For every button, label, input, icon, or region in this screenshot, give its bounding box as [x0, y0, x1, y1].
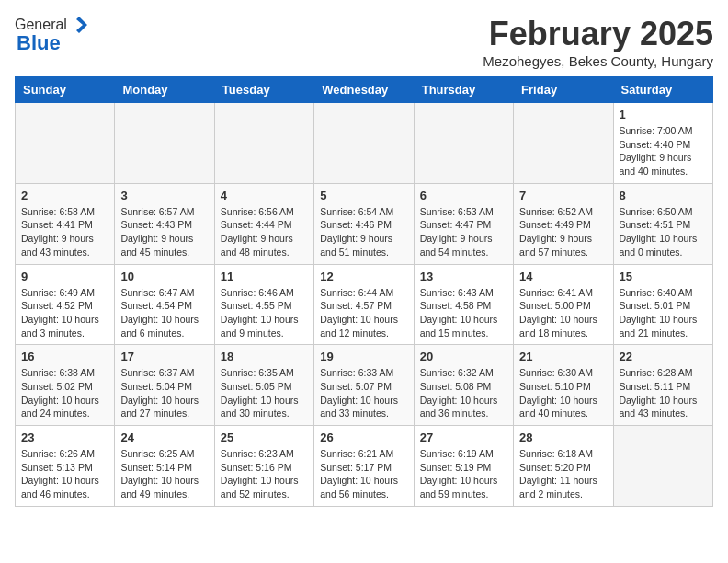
- day-info: Sunrise: 6:38 AM Sunset: 5:02 PM Dayligh…: [21, 366, 108, 420]
- day-of-week-header: Friday: [514, 77, 613, 103]
- logo: General Blue: [15, 15, 89, 55]
- day-info: Sunrise: 6:30 AM Sunset: 5:10 PM Dayligh…: [519, 366, 607, 420]
- calendar-day-cell: 22Sunrise: 6:28 AM Sunset: 5:11 PM Dayli…: [613, 345, 712, 426]
- day-info: Sunrise: 6:40 AM Sunset: 5:01 PM Dayligh…: [620, 286, 707, 340]
- day-number: 14: [519, 270, 607, 283]
- day-of-week-header: Thursday: [414, 77, 513, 103]
- day-info: Sunrise: 6:26 AM Sunset: 5:13 PM Dayligh…: [21, 447, 108, 501]
- day-number: 7: [519, 189, 607, 202]
- day-info: Sunrise: 6:37 AM Sunset: 5:04 PM Dayligh…: [120, 366, 208, 420]
- day-info: Sunrise: 6:23 AM Sunset: 5:16 PM Dayligh…: [221, 447, 308, 501]
- calendar-day-cell: 4Sunrise: 6:56 AM Sunset: 4:44 PM Daylig…: [214, 183, 313, 264]
- calendar-day-cell: 20Sunrise: 6:32 AM Sunset: 5:08 PM Dayli…: [414, 345, 513, 426]
- calendar-day-cell: 11Sunrise: 6:46 AM Sunset: 4:55 PM Dayli…: [214, 264, 313, 345]
- day-number: 25: [221, 431, 308, 444]
- day-number: 16: [21, 350, 108, 363]
- day-number: 2: [21, 189, 108, 202]
- calendar-day-cell: 8Sunrise: 6:50 AM Sunset: 4:51 PM Daylig…: [613, 183, 712, 264]
- calendar-week-row: 1Sunrise: 7:00 AM Sunset: 4:40 PM Daylig…: [16, 103, 713, 184]
- day-info: Sunrise: 6:54 AM Sunset: 4:46 PM Dayligh…: [320, 205, 407, 259]
- day-of-week-header: Tuesday: [214, 77, 313, 103]
- day-number: 28: [519, 431, 607, 444]
- day-number: 23: [21, 431, 108, 444]
- day-info: Sunrise: 6:28 AM Sunset: 5:11 PM Dayligh…: [620, 366, 707, 420]
- day-info: Sunrise: 6:32 AM Sunset: 5:08 PM Dayligh…: [420, 366, 507, 420]
- day-number: 4: [221, 189, 308, 202]
- day-info: Sunrise: 6:52 AM Sunset: 4:49 PM Dayligh…: [519, 205, 607, 259]
- calendar-day-cell: 3Sunrise: 6:57 AM Sunset: 4:43 PM Daylig…: [115, 183, 214, 264]
- calendar-day-cell: 14Sunrise: 6:41 AM Sunset: 5:00 PM Dayli…: [514, 264, 613, 345]
- calendar-day-cell: 15Sunrise: 6:40 AM Sunset: 5:01 PM Dayli…: [613, 264, 712, 345]
- logo-icon: [69, 15, 89, 35]
- day-of-week-header: Monday: [115, 77, 214, 103]
- day-number: 19: [320, 350, 407, 363]
- day-number: 3: [120, 189, 208, 202]
- calendar-day-cell: 9Sunrise: 6:49 AM Sunset: 4:52 PM Daylig…: [16, 264, 115, 345]
- calendar-day-cell: 12Sunrise: 6:44 AM Sunset: 4:57 PM Dayli…: [314, 264, 414, 345]
- calendar-day-cell: 7Sunrise: 6:52 AM Sunset: 4:49 PM Daylig…: [514, 183, 613, 264]
- calendar-week-row: 23Sunrise: 6:26 AM Sunset: 5:13 PM Dayli…: [16, 426, 713, 507]
- day-info: Sunrise: 6:33 AM Sunset: 5:07 PM Dayligh…: [320, 366, 407, 420]
- day-number: 18: [221, 350, 308, 363]
- day-info: Sunrise: 6:35 AM Sunset: 5:05 PM Dayligh…: [221, 366, 308, 420]
- calendar-day-cell: 25Sunrise: 6:23 AM Sunset: 5:16 PM Dayli…: [214, 426, 313, 507]
- calendar-week-row: 2Sunrise: 6:58 AM Sunset: 4:41 PM Daylig…: [16, 183, 713, 264]
- calendar-day-cell: 19Sunrise: 6:33 AM Sunset: 5:07 PM Dayli…: [314, 345, 414, 426]
- calendar-day-cell: 10Sunrise: 6:47 AM Sunset: 4:54 PM Dayli…: [115, 264, 214, 345]
- day-info: Sunrise: 6:25 AM Sunset: 5:14 PM Dayligh…: [120, 447, 208, 501]
- day-info: Sunrise: 6:58 AM Sunset: 4:41 PM Dayligh…: [21, 205, 108, 259]
- calendar-day-cell: 16Sunrise: 6:38 AM Sunset: 5:02 PM Dayli…: [16, 345, 115, 426]
- calendar-day-cell: [514, 103, 613, 184]
- day-info: Sunrise: 6:41 AM Sunset: 5:00 PM Dayligh…: [519, 286, 607, 340]
- calendar-day-cell: 24Sunrise: 6:25 AM Sunset: 5:14 PM Dayli…: [115, 426, 214, 507]
- day-number: 10: [120, 270, 208, 283]
- day-number: 26: [320, 431, 407, 444]
- day-number: 6: [420, 189, 507, 202]
- day-info: Sunrise: 6:56 AM Sunset: 4:44 PM Dayligh…: [221, 205, 308, 259]
- day-number: 11: [221, 270, 308, 283]
- calendar-day-cell: [214, 103, 313, 184]
- calendar-day-cell: 26Sunrise: 6:21 AM Sunset: 5:17 PM Dayli…: [314, 426, 414, 507]
- day-info: Sunrise: 6:18 AM Sunset: 5:20 PM Dayligh…: [519, 447, 607, 501]
- calendar-week-row: 16Sunrise: 6:38 AM Sunset: 5:02 PM Dayli…: [16, 345, 713, 426]
- calendar-day-cell: [613, 426, 712, 507]
- day-number: 27: [420, 431, 507, 444]
- day-info: Sunrise: 6:19 AM Sunset: 5:19 PM Dayligh…: [420, 447, 507, 501]
- calendar-day-cell: 28Sunrise: 6:18 AM Sunset: 5:20 PM Dayli…: [514, 426, 613, 507]
- calendar-day-cell: 5Sunrise: 6:54 AM Sunset: 4:46 PM Daylig…: [314, 183, 414, 264]
- day-of-week-header: Saturday: [613, 77, 712, 103]
- day-info: Sunrise: 6:57 AM Sunset: 4:43 PM Dayligh…: [120, 205, 208, 259]
- day-info: Sunrise: 6:50 AM Sunset: 4:51 PM Dayligh…: [620, 205, 707, 259]
- day-number: 15: [620, 270, 707, 283]
- calendar-day-cell: 21Sunrise: 6:30 AM Sunset: 5:10 PM Dayli…: [514, 345, 613, 426]
- calendar-day-cell: 1Sunrise: 7:00 AM Sunset: 4:40 PM Daylig…: [613, 103, 712, 184]
- calendar-day-cell: 23Sunrise: 6:26 AM Sunset: 5:13 PM Dayli…: [16, 426, 115, 507]
- calendar-day-cell: 17Sunrise: 6:37 AM Sunset: 5:04 PM Dayli…: [115, 345, 214, 426]
- day-info: Sunrise: 6:21 AM Sunset: 5:17 PM Dayligh…: [320, 447, 407, 501]
- calendar-table: SundayMondayTuesdayWednesdayThursdayFrid…: [15, 76, 713, 507]
- title-block: February 2025 Mezohegyes, Bekes County, …: [483, 15, 713, 69]
- day-number: 1: [620, 108, 707, 121]
- day-info: Sunrise: 6:47 AM Sunset: 4:54 PM Dayligh…: [120, 286, 208, 340]
- month-title: February 2025: [483, 15, 713, 53]
- page-header: General Blue February 2025 Mezohegyes, B…: [15, 15, 713, 69]
- day-of-week-header: Sunday: [16, 77, 115, 103]
- calendar-day-cell: [16, 103, 115, 184]
- day-number: 5: [320, 189, 407, 202]
- day-info: Sunrise: 6:44 AM Sunset: 4:57 PM Dayligh…: [320, 286, 407, 340]
- calendar-day-cell: [414, 103, 513, 184]
- day-of-week-header: Wednesday: [314, 77, 414, 103]
- calendar-day-cell: 6Sunrise: 6:53 AM Sunset: 4:47 PM Daylig…: [414, 183, 513, 264]
- day-number: 9: [21, 270, 108, 283]
- calendar-day-cell: 13Sunrise: 6:43 AM Sunset: 4:58 PM Dayli…: [414, 264, 513, 345]
- location-subtitle: Mezohegyes, Bekes County, Hungary: [483, 53, 713, 69]
- day-number: 13: [420, 270, 507, 283]
- calendar-day-cell: [314, 103, 414, 184]
- calendar-header-row: SundayMondayTuesdayWednesdayThursdayFrid…: [16, 77, 713, 103]
- calendar-day-cell: 27Sunrise: 6:19 AM Sunset: 5:19 PM Dayli…: [414, 426, 513, 507]
- day-number: 21: [519, 350, 607, 363]
- calendar-day-cell: [115, 103, 214, 184]
- day-info: Sunrise: 6:43 AM Sunset: 4:58 PM Dayligh…: [420, 286, 507, 340]
- calendar-week-row: 9Sunrise: 6:49 AM Sunset: 4:52 PM Daylig…: [16, 264, 713, 345]
- day-info: Sunrise: 7:00 AM Sunset: 4:40 PM Dayligh…: [620, 124, 707, 178]
